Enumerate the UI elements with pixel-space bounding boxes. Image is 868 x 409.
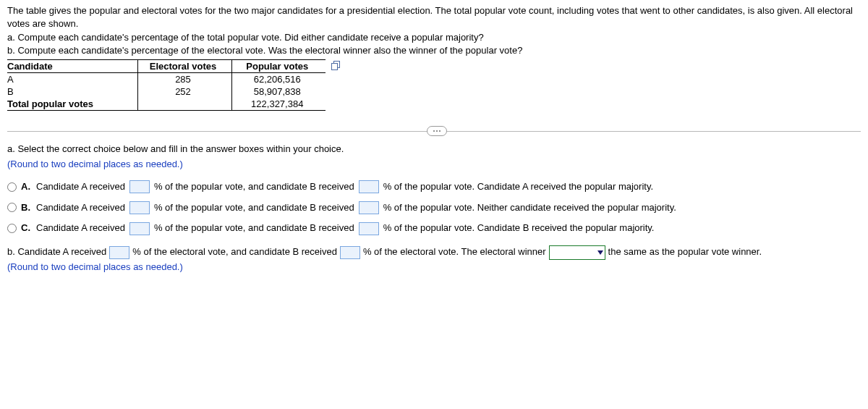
table-row: B 252 58,907,838 [7,85,326,98]
expand-pill[interactable] [427,126,447,136]
input-c-2[interactable] [359,222,379,235]
votes-table: Candidate Electoral votes Popular votes … [7,59,326,111]
winner-dropdown[interactable] [549,245,605,260]
radio-c[interactable] [7,224,17,233]
intro-text: The table gives the popular and electora… [7,4,861,30]
input-b-1[interactable] [129,201,150,214]
problem-statement: The table gives the popular and electora… [7,4,861,56]
part-b: b. Candidate A received % of the elector… [7,245,861,275]
choice-label-b: B. [21,201,30,216]
input-a-2[interactable] [359,180,379,193]
choice-b: B. Candidate A received % of the popular… [7,201,861,216]
col-popular: Popular votes [231,60,326,73]
input-partb-2[interactable] [340,246,360,259]
chevron-down-icon [597,250,603,255]
table-row: Total popular votes 122,327,384 [7,98,326,111]
input-b-2[interactable] [359,201,379,214]
col-candidate: Candidate [7,60,137,73]
table-row: A 285 62,206,516 [7,73,326,86]
input-partb-1[interactable] [109,246,129,259]
copy-icon[interactable] [331,61,341,71]
choice-c: C. Candidate A received % of the popular… [7,221,861,236]
col-electoral: Electoral votes [137,60,231,73]
part-a-hint: (Round to two decimal places as needed.) [7,157,861,172]
input-c-1[interactable] [129,222,150,235]
radio-a[interactable] [7,182,17,192]
question-b: b. Compute each candidate's percentage o… [7,44,861,57]
choice-a: A. Candidate A received % of the popular… [7,180,861,195]
part-b-hint: (Round to two decimal places as needed.) [7,260,861,275]
choice-label-a: A. [21,180,30,195]
input-a-1[interactable] [129,180,150,193]
section-divider [7,131,861,132]
part-a-prompt: a. Select the correct choice below and f… [7,142,861,157]
radio-b[interactable] [7,203,17,212]
question-a: a. Compute each candidate's percentage o… [7,31,861,44]
part-a: a. Select the correct choice below and f… [7,142,861,236]
choice-label-c: C. [21,221,30,236]
